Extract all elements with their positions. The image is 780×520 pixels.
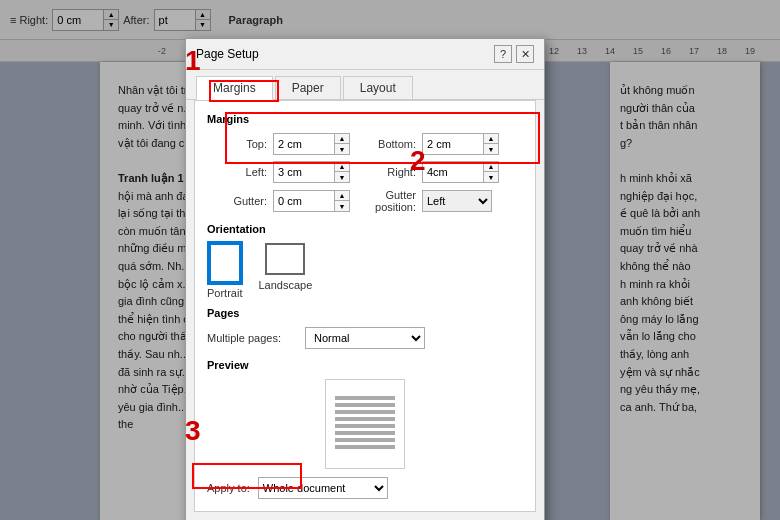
top-row: Top: ▲ ▼ Bottom: ▲ ▼ [207,133,523,155]
dialog-help-button[interactable]: ? [494,45,512,63]
portrait-icon[interactable] [209,243,241,283]
right-spinner[interactable]: ▲ ▼ [483,162,498,182]
preview-line [335,431,395,435]
preview-section: Preview Apply to: Whole document Thi [207,359,523,499]
margins-section-label: Margins [207,113,523,125]
top-spinner[interactable]: ▲ ▼ [334,134,349,154]
bottom-input[interactable] [423,134,483,154]
multiple-pages-select[interactable]: Normal Mirror margins 2 pages per sheet … [305,327,425,349]
dialog-controls: ? ✕ [494,45,534,63]
pages-row: Multiple pages: Normal Mirror margins 2 … [207,327,523,349]
gutter-pos-label: Gutter position: [356,189,416,213]
top-label: Top: [207,138,267,150]
top-up[interactable]: ▲ [335,134,349,144]
bottom-down[interactable]: ▼ [484,144,498,154]
tab-margins[interactable]: Margins [196,76,273,100]
gutter-label: Gutter: [207,195,267,207]
dialog-titlebar: Page Setup ? ✕ [186,39,544,70]
left-input[interactable] [274,162,334,182]
preview-line [335,445,395,449]
apply-select[interactable]: Whole document This point forward [258,477,388,499]
dialog-title: Page Setup [196,47,259,61]
right-down[interactable]: ▼ [484,172,498,182]
tab-layout[interactable]: Layout [343,76,413,99]
preview-label: Preview [207,359,523,371]
preview-line [335,424,395,428]
dialog-tabs: Margins Paper Layout [186,70,544,100]
apply-label: Apply to: [207,482,250,494]
dialog-close-button[interactable]: ✕ [516,45,534,63]
top-input-wrap[interactable]: ▲ ▼ [273,133,350,155]
preview-line [335,438,395,442]
left-up[interactable]: ▲ [335,162,349,172]
left-label: Left: [207,166,267,178]
preview-lines [335,396,395,452]
right-input[interactable] [423,162,483,182]
gutter-up[interactable]: ▲ [335,191,349,201]
portrait-label: Portrait [207,287,242,299]
tab-paper[interactable]: Paper [275,76,341,99]
multiple-pages-label: Multiple pages: [207,332,297,344]
pages-section: Pages Multiple pages: Normal Mirror marg… [207,307,523,349]
gutter-input[interactable] [274,191,334,211]
right-label: Right: [356,166,416,178]
preview-box [325,379,405,469]
left-input-wrap[interactable]: ▲ ▼ [273,161,350,183]
orientation-options: Portrait Landscape [207,243,523,299]
top-input[interactable] [274,134,334,154]
dialog-content: Margins Top: ▲ ▼ Bottom: ▲ ▼ Left: [194,100,536,512]
top-down[interactable]: ▼ [335,144,349,154]
bottom-label: Bottom: [356,138,416,150]
bottom-up[interactable]: ▲ [484,134,498,144]
bottom-input-wrap[interactable]: ▲ ▼ [422,133,499,155]
orientation-section: Orientation Portrait Landscape [207,223,523,299]
preview-line [335,403,395,407]
portrait-option[interactable]: Portrait [207,243,242,299]
left-spinner[interactable]: ▲ ▼ [334,162,349,182]
apply-row: Apply to: Whole document This point forw… [207,477,523,499]
preview-line [335,396,395,400]
gutter-spinner[interactable]: ▲ ▼ [334,191,349,211]
right-input-wrap[interactable]: ▲ ▼ [422,161,499,183]
gutter-row: Gutter: ▲ ▼ Gutter position: Left Top [207,189,523,213]
left-row: Left: ▲ ▼ Right: ▲ ▼ [207,161,523,183]
preview-line [335,410,395,414]
gutter-pos-select[interactable]: Left Top [422,190,492,212]
bottom-spinner[interactable]: ▲ ▼ [483,134,498,154]
preview-line [335,417,395,421]
gutter-input-wrap[interactable]: ▲ ▼ [273,190,350,212]
page-setup-dialog: Page Setup ? ✕ Margins Paper Layout Marg… [185,38,545,520]
left-down[interactable]: ▼ [335,172,349,182]
orientation-label: Orientation [207,223,523,235]
landscape-option[interactable]: Landscape [258,243,312,299]
landscape-label: Landscape [258,279,312,291]
landscape-icon[interactable] [265,243,305,275]
gutter-down[interactable]: ▼ [335,201,349,211]
right-up[interactable]: ▲ [484,162,498,172]
pages-section-label: Pages [207,307,523,319]
